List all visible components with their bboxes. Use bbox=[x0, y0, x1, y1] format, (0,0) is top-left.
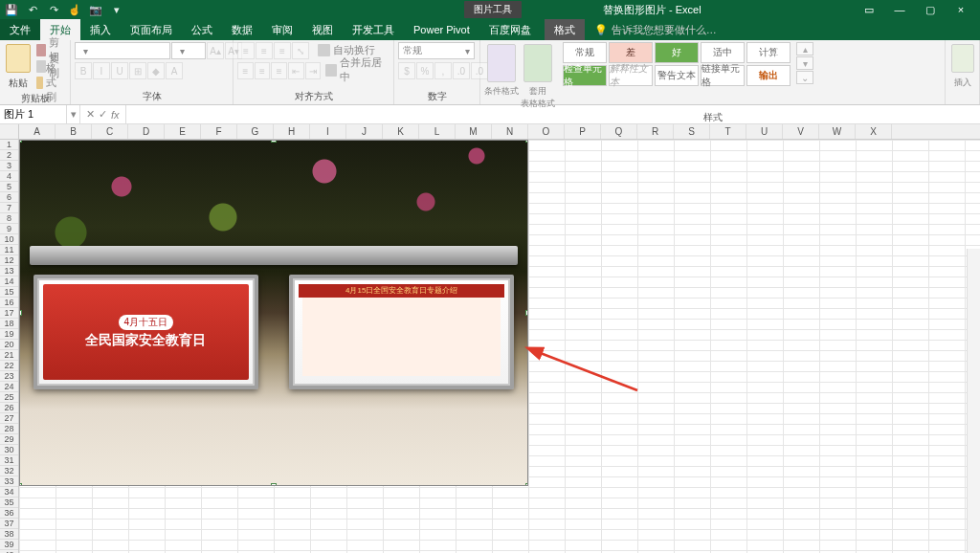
align-right-icon[interactable]: ≡ bbox=[271, 62, 287, 79]
resize-handle-tm[interactable] bbox=[271, 140, 277, 143]
row-header-15[interactable]: 15 bbox=[0, 287, 18, 298]
row-header-6[interactable]: 6 bbox=[0, 192, 18, 203]
font-name-dropdown[interactable] bbox=[75, 42, 170, 59]
col-header-S[interactable]: S bbox=[674, 124, 710, 139]
col-header-P[interactable]: P bbox=[565, 124, 601, 139]
row-header-11[interactable]: 11 bbox=[0, 245, 18, 255]
number-format-dropdown[interactable]: 常规 bbox=[398, 42, 475, 59]
align-center-icon[interactable]: ≡ bbox=[255, 62, 271, 79]
redo-icon[interactable]: ↷ bbox=[46, 2, 61, 17]
row-header-19[interactable]: 19 bbox=[0, 329, 18, 340]
resize-handle-tl[interactable] bbox=[19, 140, 22, 143]
resize-handle-bl[interactable] bbox=[19, 483, 22, 486]
row-header-34[interactable]: 34 bbox=[0, 487, 18, 498]
resize-handle-mr[interactable] bbox=[525, 310, 528, 316]
underline-button[interactable]: U bbox=[111, 62, 128, 79]
gallery-more-icon[interactable]: ⌄ bbox=[796, 71, 813, 84]
tab-insert[interactable]: 插入 bbox=[80, 19, 121, 40]
comma-icon[interactable]: , bbox=[434, 62, 452, 79]
tab-powerpivot[interactable]: Power Pivot bbox=[404, 19, 479, 40]
style-neutral[interactable]: 适中 bbox=[701, 42, 745, 63]
row-header-2[interactable]: 2 bbox=[0, 150, 18, 161]
col-header-V[interactable]: V bbox=[783, 124, 819, 139]
tab-data[interactable]: 数据 bbox=[222, 19, 262, 40]
row-header-25[interactable]: 25 bbox=[0, 392, 18, 403]
style-normal[interactable]: 常规 bbox=[563, 42, 607, 63]
col-header-E[interactable]: E bbox=[165, 124, 201, 139]
gallery-down-icon[interactable]: ▾ bbox=[796, 56, 813, 70]
tab-baidu[interactable]: 百度网盘 bbox=[479, 19, 541, 40]
undo-icon[interactable]: ↶ bbox=[25, 2, 40, 17]
col-header-X[interactable]: X bbox=[856, 124, 892, 139]
namebox-dropdown-icon[interactable]: ▾ bbox=[67, 105, 80, 123]
row-header-33[interactable]: 33 bbox=[0, 476, 18, 487]
resize-handle-bm[interactable] bbox=[271, 483, 277, 486]
bold-button[interactable]: B bbox=[75, 62, 92, 79]
style-bad[interactable]: 差 bbox=[609, 42, 653, 63]
tab-picture-format[interactable]: 格式 bbox=[545, 19, 585, 40]
inc-decimal-icon[interactable]: .0 bbox=[453, 62, 470, 79]
row-header-18[interactable]: 18 bbox=[0, 319, 18, 329]
paste-icon[interactable] bbox=[6, 44, 31, 73]
enter-icon[interactable]: ✓ bbox=[99, 108, 107, 121]
row-header-10[interactable]: 10 bbox=[0, 234, 18, 245]
row-header-16[interactable]: 16 bbox=[0, 298, 18, 308]
col-header-W[interactable]: W bbox=[819, 124, 856, 139]
increase-font-icon[interactable]: A▴ bbox=[207, 42, 224, 59]
tab-page-layout[interactable]: 页面布局 bbox=[121, 19, 182, 40]
col-header-N[interactable]: N bbox=[492, 124, 528, 139]
name-box[interactable]: 图片 1 bbox=[0, 105, 67, 123]
style-check[interactable]: 检查单元格 bbox=[563, 65, 607, 86]
row-header-3[interactable]: 3 bbox=[0, 161, 18, 171]
resize-handle-br[interactable] bbox=[525, 483, 528, 486]
row-header-26[interactable]: 26 bbox=[0, 403, 18, 413]
row-header-30[interactable]: 30 bbox=[0, 445, 18, 455]
conditional-format-icon[interactable] bbox=[487, 44, 516, 82]
align-bottom-icon[interactable]: ≡ bbox=[274, 42, 291, 59]
paste-button[interactable]: 粘贴 bbox=[7, 76, 30, 91]
align-left-icon[interactable]: ≡ bbox=[237, 62, 254, 79]
cells-area[interactable]: 4月十五日 全民国家安全教育日 4月15日全国安全教育日专题介绍 bbox=[19, 140, 980, 553]
row-header-35[interactable]: 35 bbox=[0, 498, 18, 508]
col-header-D[interactable]: D bbox=[128, 124, 165, 139]
tab-file[interactable]: 文件 bbox=[0, 19, 40, 40]
vertical-scrollbar[interactable] bbox=[967, 249, 980, 553]
col-header-I[interactable]: I bbox=[310, 124, 346, 139]
maximize-icon[interactable]: ▢ bbox=[919, 4, 942, 16]
tab-developer[interactable]: 开发工具 bbox=[343, 19, 404, 40]
col-header-L[interactable]: L bbox=[419, 124, 456, 139]
row-header-28[interactable]: 28 bbox=[0, 424, 18, 434]
inc-indent-icon[interactable]: ⇥ bbox=[305, 62, 322, 79]
col-header-B[interactable]: B bbox=[56, 124, 92, 139]
row-header-4[interactable]: 4 bbox=[0, 171, 18, 182]
tab-formulas[interactable]: 公式 bbox=[182, 19, 222, 40]
row-header-38[interactable]: 38 bbox=[0, 529, 18, 540]
col-header-K[interactable]: K bbox=[383, 124, 419, 139]
resize-handle-ml[interactable] bbox=[19, 310, 22, 316]
col-header-U[interactable]: U bbox=[746, 124, 783, 139]
style-calc[interactable]: 计算 bbox=[746, 42, 791, 63]
tab-review[interactable]: 审阅 bbox=[262, 19, 302, 40]
italic-button[interactable]: I bbox=[93, 62, 110, 79]
percent-icon[interactable]: % bbox=[416, 62, 434, 79]
cancel-icon[interactable]: ✕ bbox=[86, 108, 95, 121]
qat-dropdown-icon[interactable]: ▾ bbox=[109, 2, 124, 17]
fill-color-button[interactable]: ◆ bbox=[147, 62, 165, 79]
touch-mode-icon[interactable]: ☝ bbox=[67, 2, 82, 17]
row-header-12[interactable]: 12 bbox=[0, 255, 18, 266]
cell-style-gallery[interactable]: 常规 差 好 适中 计算 检查单元格 解释性文本 警告文本 链接单元格 输出 bbox=[563, 42, 791, 86]
camera-icon[interactable]: 📷 bbox=[88, 2, 103, 17]
tell-me-box[interactable]: 💡 告诉我您想要做什么… bbox=[585, 19, 980, 40]
col-header-G[interactable]: G bbox=[237, 124, 274, 139]
row-header-5[interactable]: 5 bbox=[0, 182, 18, 192]
align-middle-icon[interactable]: ≡ bbox=[256, 42, 273, 59]
embedded-picture[interactable]: 4月十五日 全民国家安全教育日 4月15日全国安全教育日专题介绍 bbox=[19, 140, 528, 486]
row-header-32[interactable]: 32 bbox=[0, 466, 18, 476]
select-all-corner[interactable] bbox=[0, 124, 19, 140]
col-header-J[interactable]: J bbox=[346, 124, 383, 139]
row-header-24[interactable]: 24 bbox=[0, 382, 18, 392]
style-linked[interactable]: 链接单元格 bbox=[701, 65, 745, 86]
insert-cells-icon[interactable] bbox=[951, 44, 974, 73]
style-warning[interactable]: 警告文本 bbox=[655, 65, 699, 86]
row-header-13[interactable]: 13 bbox=[0, 266, 18, 276]
